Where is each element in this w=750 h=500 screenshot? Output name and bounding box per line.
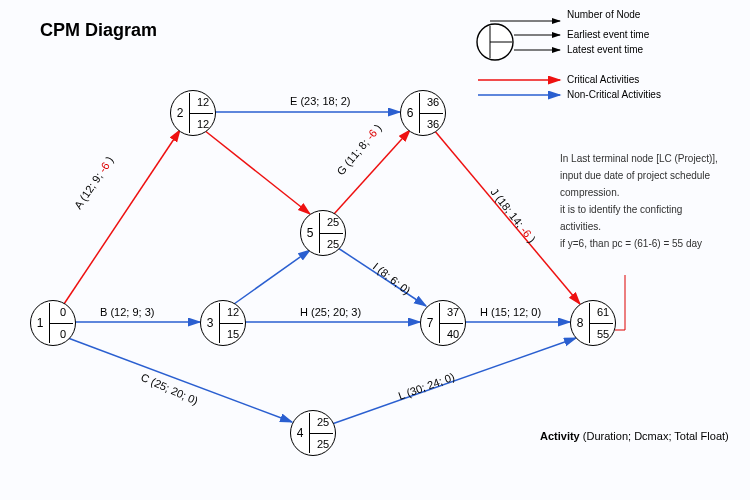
label-G: G (11; 8; -6 ): [334, 122, 383, 177]
note-leader: [615, 275, 625, 330]
label-L: L (30; 24; 0): [397, 370, 456, 401]
label-B: B (12; 9; 3): [100, 306, 154, 318]
arc-3-5: [234, 250, 310, 304]
svg-text:Earliest event time: Earliest event time: [567, 29, 650, 40]
node-2: 2 1212: [170, 90, 216, 136]
label-I: I (8; 6; 0): [371, 260, 413, 297]
node-6: 6 3636: [400, 90, 446, 136]
legend-noncritical: Non-Critical Activities: [478, 89, 661, 100]
legend-node-schematic: Number of Node Earliest event time Lates…: [477, 9, 650, 60]
legend-critical: Critical Activities: [478, 74, 639, 85]
label-H2: H (15; 12; 0): [480, 306, 541, 318]
node-3: 3 1215: [200, 300, 246, 346]
node-5: 5 2525: [300, 210, 346, 256]
svg-text:Latest event time: Latest event time: [567, 44, 644, 55]
svg-text:Non-Critical Activities: Non-Critical Activities: [567, 89, 661, 100]
label-J: J (18; 14; -6 ): [488, 186, 538, 245]
label-H1: H (25; 20; 3): [300, 306, 361, 318]
label-E: E (23; 18; 2): [290, 95, 351, 107]
node-4: 4 2525: [290, 410, 336, 456]
node-7: 7 3740: [420, 300, 466, 346]
arc-A: [64, 130, 180, 304]
node-1: 1 00: [30, 300, 76, 346]
label-A: A (12; 9; -6 ): [72, 154, 116, 211]
legend-activity-format: Activity (Duration; Dcmax; Total Float): [540, 430, 729, 442]
arc-C: [68, 338, 292, 422]
svg-text:Number of Node: Number of Node: [567, 9, 641, 20]
node-8: 8 6155: [570, 300, 616, 346]
arc-2-5: [204, 130, 310, 214]
side-note: In Last terminal node [LC (Project)], in…: [560, 150, 740, 252]
svg-text:Critical Activities: Critical Activities: [567, 74, 639, 85]
